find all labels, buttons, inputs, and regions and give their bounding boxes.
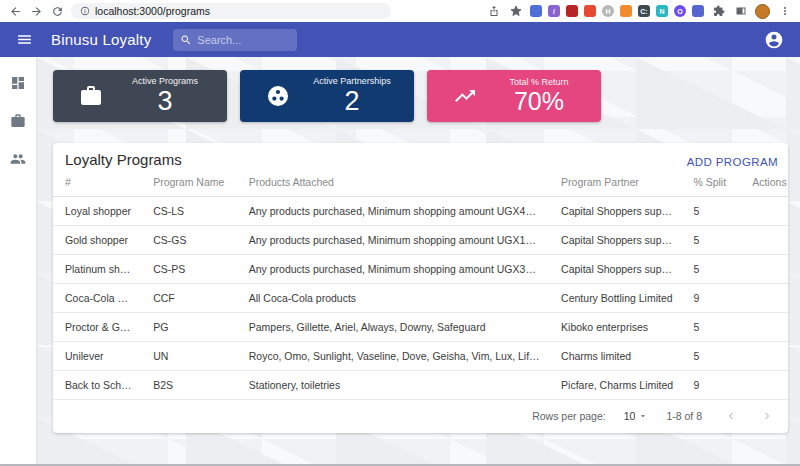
app-title: Binusu Loyalty [51,31,151,48]
reload-icon[interactable] [50,4,65,19]
table-cell: CCF [141,283,237,312]
stat-label: Total % Return [509,78,568,87]
stat-value: 2 [344,87,359,115]
table-row: Gold shopperCS-GSAny products purchased,… [53,225,788,254]
stat-label: Active Partnerships [313,77,391,86]
table-cell [740,341,788,370]
search-input[interactable] [197,34,290,46]
sidebar-item-programs[interactable] [6,109,30,133]
table-cell: B2S [141,370,237,399]
table-row: Coca-Cola FestCCFAll Coca-Cola productsC… [53,283,788,312]
url-bar[interactable]: localhost:3000/programs [71,3,391,19]
extension-gray-circle-icon[interactable]: H [602,5,614,17]
table-cell: Capital Shoppers supermarket [549,254,681,283]
column-header-2: Products Attached [237,168,549,196]
extension-blue-stack-icon[interactable] [530,5,542,17]
table-cell: 5 [681,225,740,254]
extension-c-icon[interactable]: C: [638,5,650,17]
table-cell: Capital Shoppers supermarket [549,225,681,254]
next-page-icon[interactable] [760,409,774,423]
sidebar-item-dashboard[interactable] [6,71,30,95]
pagination-bar: Rows per page: 10 1-8 of 8 [53,400,788,433]
stat-label: Active Programs [132,77,198,86]
previous-page-icon[interactable] [724,409,738,423]
share-icon[interactable] [486,4,501,19]
table-cell: 9 [681,370,740,399]
search-box[interactable] [173,29,297,51]
stat-value: 3 [157,87,172,115]
people-icon [10,151,26,167]
back-icon[interactable] [8,4,23,19]
table-cell: Kiboko enterprises [549,312,681,341]
table-cell [740,370,788,399]
briefcase-icon [79,84,103,108]
table-cell: CS-PS [141,254,237,283]
column-header-1: Program Name [141,168,237,196]
group-work-icon [266,84,290,108]
extension-teal-n-icon[interactable]: N [656,5,668,17]
extension-purple-pencil-icon[interactable]: / [548,5,560,17]
table-cell: Picfare, Charms Limited [549,370,681,399]
programs-table: #Program NameProducts AttachedProgram Pa… [53,168,788,400]
table-cell: All Coca-Cola products [237,283,549,312]
dashboard-icon [10,75,26,91]
table-cell: Stationery, toiletries [237,370,549,399]
stat-value: 70% [514,88,564,114]
table-cell [740,254,788,283]
chrome-menu-icon[interactable] [777,4,792,19]
rows-per-page-label: Rows per page: [532,410,606,422]
table-cell: Capital Shoppers supermarket [549,196,681,225]
table-cell: Pampers, Gillette, Ariel, Always, Downy,… [237,312,549,341]
stat-card-active-partnerships: Active Partnerships 2 [240,70,414,122]
column-header-5: Actions [740,168,788,196]
table-row: UnileverUNRoyco, Omo, Sunlight, Vaseline… [53,341,788,370]
account-circle-icon[interactable] [764,30,784,50]
table-cell: Loyal shopper [53,196,141,225]
add-program-button[interactable]: ADD PROGRAM [687,156,778,168]
browser-chrome: localhost:3000/programs /HC:NO [0,0,800,22]
table-cell: Royco, Omo, Sunlight, Vaseline, Dove, Ge… [237,341,549,370]
table-cell: Any products purchased, Minimum shopping… [237,254,549,283]
table-cell: Coca-Cola Fest [53,283,141,312]
rows-per-page-select[interactable]: 10 [624,410,649,422]
chevron-down-icon [638,411,648,421]
bookmark-star-icon[interactable] [508,4,523,19]
briefcase-icon [10,113,26,129]
table-cell: Gold shopper [53,225,141,254]
info-icon [80,6,90,16]
stats-row: Active Programs 3 Active Partnerships 2 [53,70,785,122]
extension-blue-shield-icon[interactable] [692,5,704,17]
sidebar-item-partners[interactable] [6,147,30,171]
stat-card-active-programs: Active Programs 3 [53,70,227,122]
table-cell: Charms limited [549,341,681,370]
stat-card-total-return: Total % Return 70% [427,70,601,122]
table-cell: Proctor & Gamble [53,312,141,341]
table-cell: Platinum shopper [53,254,141,283]
table-cell: Any products purchased, Minimum shopping… [237,225,549,254]
main-content: Active Programs 3 Active Partnerships 2 [36,57,800,464]
extension-red-badge-icon[interactable] [584,5,596,17]
table-row: Back to SchoolB2SStationery, toiletriesP… [53,370,788,399]
side-panel-icon[interactable] [733,4,748,19]
column-header-0: # [53,168,141,196]
table-cell: Any products purchased, Minimum shopping… [237,196,549,225]
table-title: Loyalty Programs [65,151,182,168]
extension-metamask-icon[interactable] [620,5,632,17]
url-text: localhost:3000/programs [95,5,210,17]
table-cell: CS-GS [141,225,237,254]
menu-icon[interactable] [16,31,33,48]
table-cell [740,196,788,225]
extension-red-shield-icon[interactable] [566,5,578,17]
extension-purple-ring-icon[interactable]: O [674,5,686,17]
table-body: Loyal shopperCS-LSAny products purchased… [53,196,788,399]
forward-icon[interactable] [29,4,44,19]
profile-avatar[interactable] [755,4,770,19]
table-cell: 9 [681,283,740,312]
pagination-range: 1-8 of 8 [666,410,702,422]
table-cell [740,312,788,341]
column-header-3: Program Partner [549,168,681,196]
column-header-4: % Split [681,168,740,196]
table-cell: 5 [681,312,740,341]
puzzle-icon[interactable] [711,4,726,19]
table-row: Loyal shopperCS-LSAny products purchased… [53,196,788,225]
